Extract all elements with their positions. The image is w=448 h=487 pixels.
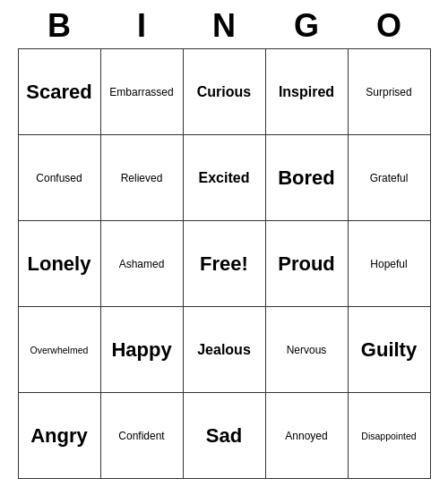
cell-1-1: Relieved xyxy=(101,135,184,221)
cell-2-2: Free! xyxy=(184,221,266,307)
cell-text-3-2: Jealous xyxy=(197,342,251,358)
cell-text-1-2: Excited xyxy=(199,170,250,186)
cell-text-3-3: Nervous xyxy=(287,344,327,356)
bingo-grid: ScaredEmbarrassedCuriousInspiredSurprise… xyxy=(18,48,431,479)
cell-text-0-0: Scared xyxy=(26,81,91,104)
cell-0-1: Embarrassed xyxy=(101,49,184,135)
cell-3-1: Happy xyxy=(101,307,184,393)
cell-text-0-3: Inspired xyxy=(279,84,334,100)
cell-text-4-1: Confident xyxy=(118,430,164,442)
cell-2-0: Lonely xyxy=(19,221,101,307)
cell-4-2: Sad xyxy=(184,393,266,479)
cell-text-1-4: Grateful xyxy=(370,172,409,184)
cell-1-4: Grateful xyxy=(349,135,431,221)
cell-0-0: Scared xyxy=(19,49,101,135)
cell-text-2-4: Hopeful xyxy=(370,258,407,270)
cell-3-3: Nervous xyxy=(266,307,349,393)
cell-2-4: Hopeful xyxy=(349,221,431,307)
bingo-header: B I N G O xyxy=(18,0,430,48)
cell-text-2-2: Free! xyxy=(200,252,248,276)
cell-text-1-1: Relieved xyxy=(121,172,163,184)
cell-text-4-0: Angry xyxy=(30,424,88,448)
cell-4-3: Annoyed xyxy=(266,393,349,479)
cell-1-2: Excited xyxy=(184,135,266,221)
cell-text-4-3: Annoyed xyxy=(285,430,327,442)
cell-text-0-1: Embarrassed xyxy=(109,86,173,98)
cell-4-0: Angry xyxy=(19,393,101,479)
letter-i: I xyxy=(100,7,183,45)
cell-2-3: Proud xyxy=(266,221,349,307)
cell-text-3-1: Happy xyxy=(111,338,171,362)
cell-text-0-2: Curious xyxy=(197,84,251,100)
cell-0-2: Curious xyxy=(184,49,266,135)
cell-0-4: Surprised xyxy=(349,49,431,135)
cell-text-3-0: Overwhelmed xyxy=(30,345,89,355)
cell-text-1-3: Bored xyxy=(278,167,335,190)
cell-text-4-2: Sad xyxy=(206,424,242,448)
letter-b: B xyxy=(18,7,100,45)
cell-text-2-0: Lonely xyxy=(28,252,91,276)
cell-1-3: Bored xyxy=(266,135,349,221)
cell-text-2-1: Ashamed xyxy=(119,258,165,270)
cell-text-0-4: Surprised xyxy=(366,86,411,98)
cell-4-1: Confident xyxy=(101,393,184,479)
cell-4-4: Disappointed xyxy=(349,393,431,479)
cell-text-2-3: Proud xyxy=(278,252,335,276)
cell-3-2: Jealous xyxy=(184,307,266,393)
cell-3-4: Guilty xyxy=(349,307,431,393)
cell-text-4-4: Disappointed xyxy=(361,431,416,441)
cell-1-0: Confused xyxy=(19,135,101,221)
cell-text-1-0: Confused xyxy=(36,172,82,184)
cell-3-0: Overwhelmed xyxy=(19,307,101,393)
letter-o: O xyxy=(348,7,430,45)
cell-2-1: Ashamed xyxy=(101,221,184,307)
cell-text-3-4: Guilty xyxy=(361,338,417,362)
letter-g: G xyxy=(265,7,348,45)
cell-0-3: Inspired xyxy=(266,49,349,135)
letter-n: N xyxy=(183,7,265,45)
